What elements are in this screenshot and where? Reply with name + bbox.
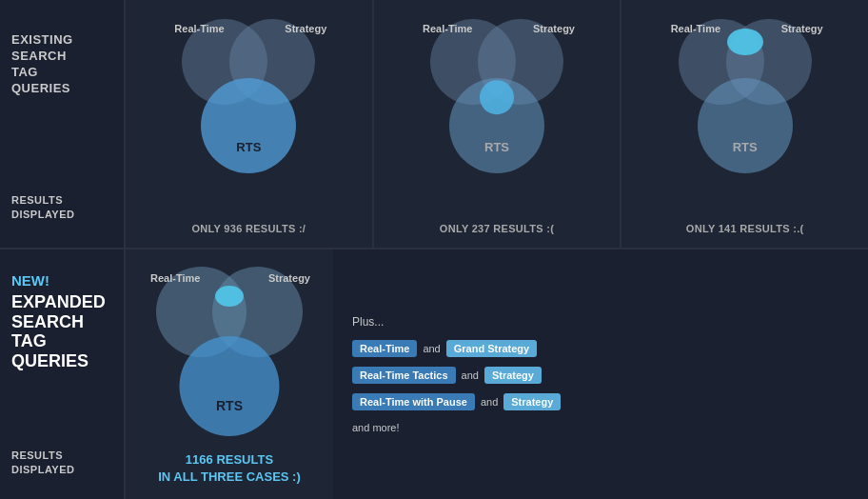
more-text: and more! <box>352 422 849 433</box>
new-label: NEW! <box>11 272 112 289</box>
plus-section: Plus... Real-Time and Grand Strategy Rea… <box>333 250 868 499</box>
result-text-1: ONLY 936 RESULTS :/ <box>191 223 306 234</box>
bottom-diagram-area: Real-Time Strategy RTS 1166 RESULTS IN A… <box>124 250 333 499</box>
result-text-2: ONLY 237 RESULTS :( <box>440 223 554 234</box>
rts-label-3: RTS <box>733 140 758 154</box>
venn-diagram-3: Real-Time Strategy RTS <box>660 10 831 181</box>
tag-strategy-2: Strategy <box>484 367 542 384</box>
strategy-label-3: Strategy <box>781 23 823 34</box>
existing-label-col: EXISTING SEARCH TAG QUERIES RESULTS DISP… <box>0 0 124 248</box>
bottom-result-text: 1166 RESULTS IN ALL THREE CASES :) <box>158 451 301 486</box>
bottom-real-time-label: Real-Time <box>150 272 200 284</box>
tag-row-2: Real-Time Tactics and Strategy <box>352 367 849 384</box>
bottom-venn-diagram: Real-Time Strategy RTS <box>139 259 320 440</box>
result-text-3: ONLY 141 RESULTS :.( <box>686 223 804 234</box>
tag-strategy-3: Strategy <box>503 393 561 410</box>
results-displayed-label-bottom: RESULTS DISPLAYED <box>11 449 112 486</box>
rts-label-2: RTS <box>484 140 509 154</box>
plus-title: Plus... <box>352 315 849 329</box>
real-time-label-3: Real-Time <box>671 23 720 34</box>
tag-row-3: Real-Time with Pause and Strategy <box>352 393 849 410</box>
results-displayed-label-top: RESULTS DISPLAYED <box>11 193 112 230</box>
strategy-label-2: Strategy <box>533 23 575 34</box>
panel-3: Real-Time Strategy RTS ONLY 141 RESULTS … <box>620 0 868 248</box>
bottom-bottom-circle <box>180 336 280 436</box>
expanded-label: EXPANDED SEARCH TAG QUERIES <box>11 292 112 371</box>
and-text-2: and <box>462 369 479 381</box>
tag-real-time-pause: Real-Time with Pause <box>352 393 475 410</box>
venn-diagram-2: Real-Time Strategy RTS <box>411 10 582 181</box>
real-time-label-1: Real-Time <box>174 23 224 34</box>
center-highlight-2 <box>480 80 514 114</box>
rts-label-1: RTS <box>236 140 261 154</box>
bottom-section: NEW! EXPANDED SEARCH TAG QUERIES RESULTS… <box>0 250 868 499</box>
panel-2: Real-Time Strategy RTS ONLY 237 RESULTS … <box>372 0 621 248</box>
top-diagram-panels: Real-Time Strategy RTS ONLY 936 RESULTS … <box>124 0 868 248</box>
tag-real-time-1: Real-Time <box>352 340 417 357</box>
venn-diagram-1: Real-Time Strategy RTS <box>163 10 334 181</box>
bottom-rts-label: RTS <box>216 398 243 413</box>
tag-grand-strategy: Grand Strategy <box>446 340 537 357</box>
bottom-strategy-label: Strategy <box>268 272 310 284</box>
top-highlight-3 <box>727 29 763 55</box>
tag-row-1: Real-Time and Grand Strategy <box>352 340 849 357</box>
strategy-label-1: Strategy <box>285 23 326 34</box>
real-time-label-2: Real-Time <box>423 23 472 34</box>
and-text-1: and <box>423 343 440 354</box>
bottom-circle-3 <box>698 78 793 173</box>
panel-1: Real-Time Strategy RTS ONLY 936 RESULTS … <box>124 0 372 248</box>
bottom-label-col: NEW! EXPANDED SEARCH TAG QUERIES RESULTS… <box>0 250 124 499</box>
top-section: EXISTING SEARCH TAG QUERIES RESULTS DISP… <box>0 0 868 250</box>
bottom-top-intersect <box>215 286 244 307</box>
tag-real-time-tactics: Real-Time Tactics <box>352 367 456 384</box>
bottom-circle-1 <box>201 78 296 173</box>
existing-search-label: EXISTING SEARCH TAG QUERIES <box>11 32 112 97</box>
and-text-3: and <box>481 396 498 408</box>
